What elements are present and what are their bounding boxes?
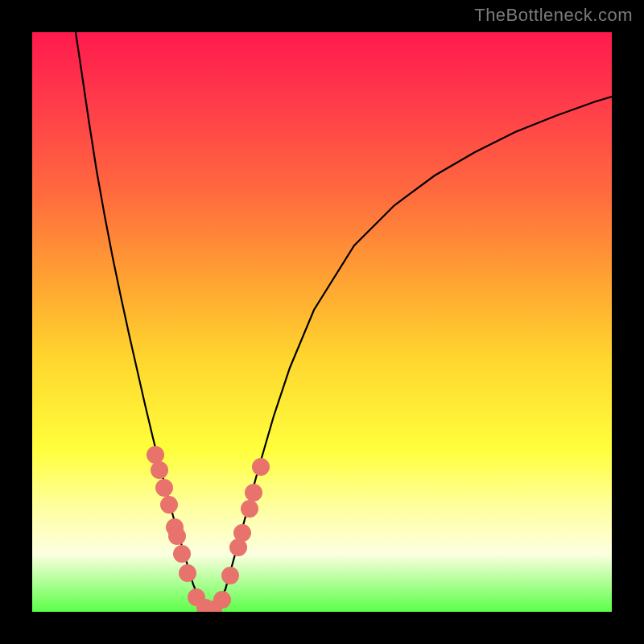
plot-area	[32, 32, 612, 612]
marker-dot	[204, 601, 222, 612]
marker-dot	[196, 599, 214, 612]
marker-dot	[233, 524, 251, 542]
chart-canvas: TheBottleneck.com	[0, 0, 644, 644]
marker-dot	[168, 527, 186, 545]
marker-dot	[166, 518, 184, 536]
marker-dot	[229, 539, 247, 556]
marker-dot	[213, 591, 231, 609]
marker-group	[147, 446, 270, 612]
marker-dot	[160, 496, 178, 514]
chart-svg	[32, 32, 612, 612]
marker-dot	[245, 484, 262, 502]
marker-dot	[221, 567, 239, 584]
watermark-text: TheBottleneck.com	[474, 5, 633, 26]
marker-dot	[155, 479, 173, 497]
marker-dot	[241, 500, 258, 518]
marker-dot	[151, 461, 168, 479]
marker-dot	[147, 446, 164, 464]
marker-dot	[173, 545, 191, 563]
marker-dot	[188, 588, 205, 606]
marker-dot	[252, 458, 270, 476]
marker-dot	[179, 564, 196, 582]
bottleneck-curve	[76, 32, 612, 609]
